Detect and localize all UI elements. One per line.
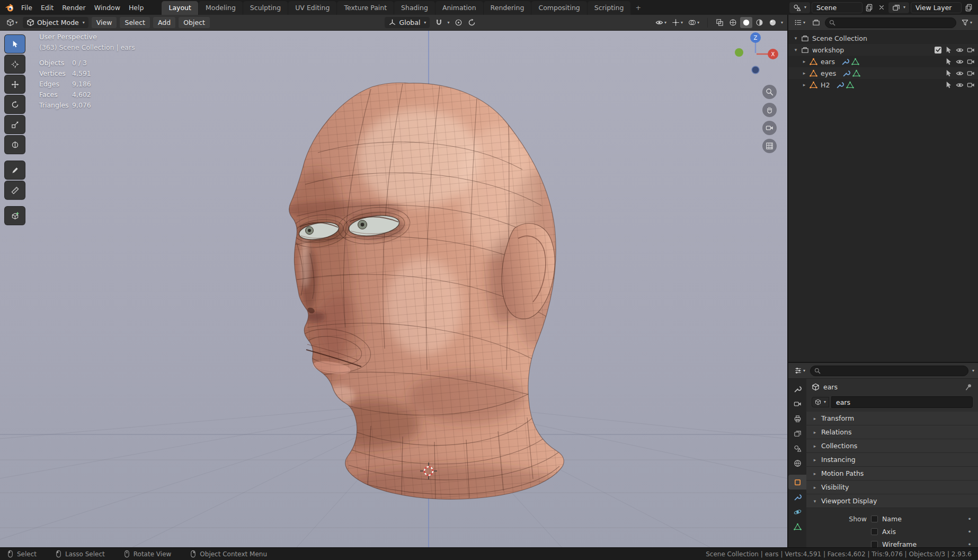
decorator-dot-icon[interactable]: • [967,540,972,548]
render-camera-icon[interactable] [967,46,975,54]
render-camera-icon[interactable] [967,69,975,77]
tab-shading[interactable]: Shading [394,1,435,15]
outliner-row-workshop[interactable]: ▾ workshop [788,44,978,56]
tab-render[interactable] [788,396,806,411]
menu-file[interactable]: File [17,2,37,13]
tool-transform[interactable] [5,136,25,154]
caret-down-icon[interactable]: ▾ [972,369,974,373]
section-instancing[interactable]: ▸Instancing [806,453,978,467]
delete-scene-button[interactable] [876,2,887,13]
tab-compositing[interactable]: Compositing [531,1,586,15]
section-viewport-display[interactable]: ▾Viewport Display [806,494,978,508]
pin-icon[interactable] [965,383,973,391]
proportional-editing-button[interactable] [452,17,465,28]
outliner-search-input[interactable] [825,17,956,28]
section-relations[interactable]: ▸Relations [806,425,978,439]
gizmo-y-axis[interactable] [735,48,743,57]
decorator-dot-icon[interactable]: • [967,528,972,536]
tool-annotate[interactable] [5,161,25,179]
blender-logo-icon[interactable] [4,2,15,13]
tool-cursor[interactable] [5,55,25,73]
outliner-display-mode-button[interactable] [810,17,822,28]
expand-icon[interactable]: ▾ [793,35,799,41]
tool-scale[interactable] [5,115,25,134]
show-overlays-dropdown[interactable]: ▾ [686,17,701,28]
shading-rendered-button[interactable] [767,17,779,28]
tab-output[interactable] [788,411,806,426]
add-workspace-button[interactable]: + [631,1,645,15]
shading-material-button[interactable] [753,17,766,28]
tool-move[interactable] [5,75,25,93]
expand-icon[interactable]: ▸ [801,82,807,87]
selectable-icon[interactable] [945,58,953,66]
hide-eye-icon[interactable] [956,81,964,89]
zoom-button[interactable] [762,85,777,99]
outliner-row-h2[interactable]: ▸ H2 [788,79,978,91]
snap-toggle-button[interactable] [433,17,445,28]
tab-modifiers[interactable] [788,490,806,504]
viewport-menu-object[interactable]: Object [179,17,210,28]
section-collections[interactable]: ▸Collections [806,439,978,453]
outliner-row-eyes[interactable]: ▸ eyes [788,67,978,79]
show-gizmo-dropdown[interactable]: ▾ [670,17,685,28]
properties-search-input[interactable] [810,366,968,376]
3d-viewport[interactable]: ▾ Object Mode ▾ View Select Add Object G… [0,15,787,547]
outliner-editor-type-button[interactable]: ▾ [792,17,807,28]
section-visibility[interactable]: ▸Visibility [806,481,978,494]
tab-scripting[interactable]: Scripting [588,1,631,15]
scene-name-field[interactable]: Scene [812,2,863,13]
show-visibility-dropdown[interactable]: ▾ [653,17,669,28]
outliner-filter-button[interactable]: ▾ [959,17,974,28]
decorator-dot-icon[interactable]: • [967,515,972,523]
properties-editor-type-button[interactable]: ▾ [792,365,807,376]
tab-tool[interactable] [788,381,806,396]
view-layer-selector-button[interactable]: ▾ [888,2,909,13]
pan-button[interactable] [762,103,777,117]
render-camera-icon[interactable] [967,58,975,66]
view-layer-name-field[interactable]: View Layer [911,2,962,13]
tab-scene[interactable] [788,441,806,456]
menu-help[interactable]: Help [125,2,148,13]
shading-wireframe-button[interactable] [727,17,739,28]
perspective-toggle-button[interactable] [762,139,777,153]
tab-object-data[interactable] [788,519,806,534]
viewport-menu-view[interactable]: View [92,17,117,28]
tab-rendering[interactable]: Rendering [484,1,531,15]
tool-add-cube[interactable] [5,207,25,225]
tab-world[interactable] [788,456,806,470]
viewport-menu-add[interactable]: Add [153,17,175,28]
collection-checkbox[interactable] [935,47,941,54]
transform-orientation-dropdown[interactable]: Global ▾ [385,17,430,28]
viewport-menu-select[interactable]: Select [120,17,150,28]
section-transform[interactable]: ▸Transform [806,412,978,425]
tab-uv-editing[interactable]: UV Editing [288,1,336,15]
tab-texture-paint[interactable]: Texture Paint [337,1,394,15]
tab-view-layer[interactable] [788,426,806,441]
expand-icon[interactable]: ▸ [801,70,807,76]
expand-icon[interactable]: ▸ [801,59,807,64]
xray-toggle-button[interactable] [714,17,726,28]
menu-window[interactable]: Window [90,2,125,13]
gizmo-minus-z-axis[interactable] [752,66,759,74]
tab-sculpting[interactable]: Sculpting [243,1,288,15]
selectable-icon[interactable] [945,69,953,77]
outliner-row-ears[interactable]: ▸ ears [788,56,978,67]
tool-rotate[interactable] [5,95,25,113]
hide-eye-icon[interactable] [956,69,964,77]
wireframe-checkbox[interactable] [871,541,878,548]
hide-eye-icon[interactable] [956,58,964,66]
new-scene-button[interactable] [864,2,875,13]
scene-selector-button[interactable]: ▾ [789,2,810,13]
tab-layout[interactable]: Layout [162,1,198,15]
render-camera-icon[interactable] [967,81,975,89]
new-view-layer-button[interactable] [963,2,974,13]
outliner-row-scene-collection[interactable]: ▾ Scene Collection [788,32,978,44]
tab-physics[interactable] [788,504,806,519]
tab-object[interactable] [788,475,806,490]
menu-render[interactable]: Render [58,2,90,13]
navigation-gizmo[interactable]: Z X [731,30,780,78]
object-id-button[interactable]: ▾ [812,397,829,407]
selectable-icon[interactable] [945,81,953,89]
camera-view-button[interactable] [762,121,777,135]
hide-eye-icon[interactable] [956,46,964,54]
